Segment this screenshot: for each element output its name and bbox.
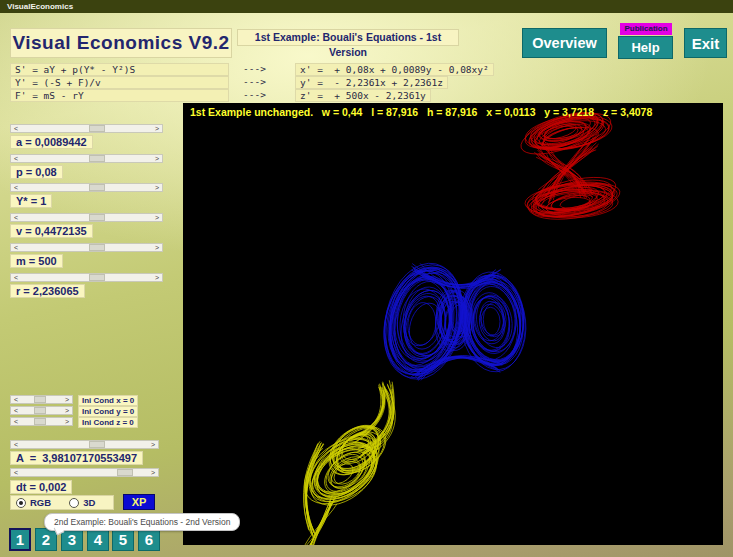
app-window: VisualEconomics Visual Economics V9.2 1s… (0, 0, 733, 557)
radio-3d-label: 3D (83, 497, 95, 508)
slider-v-left-arrow-icon[interactable]: < (11, 214, 21, 221)
slider-m[interactable]: < > (10, 243, 163, 252)
publication-button[interactable]: Publication (620, 23, 672, 35)
example-button-6[interactable]: 6 (138, 528, 160, 551)
equation-row-2: Y' = (-S + F)/v ---> y' = - 2,2361x + 2,… (0, 76, 500, 89)
slider-dt-right-arrow-icon[interactable]: > (148, 469, 158, 476)
display-mode-group: RGB 3D (10, 495, 114, 510)
slider-v-right-arrow-icon[interactable]: > (152, 214, 162, 221)
slider-r-right-arrow-icon[interactable]: > (152, 274, 162, 281)
slider-ini-z-left-arrow-icon[interactable]: < (11, 418, 21, 425)
equation-row-1: S' = aY + p(Y* - Y²)S ---> x' = + 0,08x … (0, 63, 500, 76)
overview-button[interactable]: Overview (522, 28, 607, 58)
slider-ini-x-right-arrow-icon[interactable]: > (62, 396, 72, 403)
equation-lhs: F' = mS - rY (10, 89, 229, 102)
ini-cond-z-label: Ini Cond z = 0 (78, 417, 138, 428)
dt-label: dt = 0,002 (10, 480, 72, 494)
slider-ystar-left-arrow-icon[interactable]: < (11, 184, 21, 191)
slider-dt[interactable]: < > (10, 468, 159, 477)
red-attractor (516, 105, 622, 224)
slider-r-thumb[interactable] (89, 274, 105, 281)
titlebar: VisualEconomics (0, 0, 733, 13)
slider-amplitude[interactable]: < > (10, 440, 159, 449)
slider-ini-y-thumb[interactable] (34, 407, 46, 414)
slider-amplitude-left-arrow-icon[interactable]: < (11, 441, 21, 448)
equation-lhs: S' = aY + p(Y* - Y²)S (10, 63, 229, 76)
slider-amplitude-thumb[interactable] (89, 441, 105, 448)
equation-arrow: ---> (243, 76, 266, 88)
slider-ystar[interactable]: < > (10, 183, 163, 192)
amplitude-label: A = 3,98107170553497 (10, 451, 143, 465)
slider-m-label: m = 500 (10, 254, 63, 268)
slider-ystar-right-arrow-icon[interactable]: > (152, 184, 162, 191)
slider-r-label: r = 2,236065 (10, 284, 85, 298)
slider-a-thumb[interactable] (89, 125, 105, 132)
equation-arrow: ---> (243, 89, 266, 101)
slider-p-right-arrow-icon[interactable]: > (152, 155, 162, 162)
plot-canvas[interactable]: 1st Example unchanged. w = 0,44 l = 87,9… (183, 103, 723, 545)
slider-amplitude-right-arrow-icon[interactable]: > (148, 441, 158, 448)
blue-attractor (372, 255, 530, 387)
slider-p-label: p = 0,08 (10, 165, 63, 179)
slider-p-left-arrow-icon[interactable]: < (11, 155, 21, 162)
slider-ystar-thumb[interactable] (89, 184, 105, 191)
slider-ini-z-thumb[interactable] (34, 418, 46, 425)
slider-ystar-label: Y* = 1 (10, 194, 52, 208)
radio-3d[interactable]: 3D (69, 497, 95, 508)
ini-cond-x-label: Ini Cond x = 0 (78, 395, 138, 406)
slider-ini-x[interactable]: < > (10, 395, 73, 404)
slider-p-thumb[interactable] (89, 155, 105, 162)
tooltip: 2nd Example: Bouali's Equations - 2nd Ve… (44, 513, 240, 531)
example-button-2[interactable]: 2 (35, 528, 57, 551)
radio-rgb[interactable]: RGB (16, 497, 51, 508)
exit-button[interactable]: Exit (684, 28, 727, 58)
attractor-plot (183, 103, 723, 545)
slider-dt-left-arrow-icon[interactable]: < (11, 469, 21, 476)
slider-m-left-arrow-icon[interactable]: < (11, 244, 21, 251)
equation-lhs: Y' = (-S + F)/v (10, 76, 229, 89)
slider-m-thumb[interactable] (89, 244, 105, 251)
app-title: Visual Economics V9.2 (10, 28, 232, 58)
slider-v[interactable]: < > (10, 213, 163, 222)
slider-v-label: v = 0,4472135 (10, 224, 93, 238)
radio-unselected-icon (69, 498, 79, 508)
ini-cond-y-label: Ini Cond y = 0 (78, 406, 138, 417)
slider-ini-y-right-arrow-icon[interactable]: > (62, 407, 72, 414)
radio-selected-icon (16, 498, 26, 508)
slider-ini-z-right-arrow-icon[interactable]: > (62, 418, 72, 425)
yellow-attractor (292, 380, 395, 545)
equation-arrow: ---> (243, 63, 266, 75)
slider-ini-y-left-arrow-icon[interactable]: < (11, 407, 21, 414)
slider-ini-x-left-arrow-icon[interactable]: < (11, 396, 21, 403)
window-title: VisualEconomics (7, 2, 73, 11)
equation-rhs: z' = + 500x - 2,2361y (295, 89, 431, 102)
slider-ini-x-thumb[interactable] (34, 396, 46, 403)
slider-m-right-arrow-icon[interactable]: > (152, 244, 162, 251)
radio-rgb-label: RGB (30, 497, 51, 508)
slider-ini-z[interactable]: < > (10, 417, 73, 426)
example-button-1[interactable]: 1 (9, 528, 31, 551)
xp-button[interactable]: XP (123, 494, 155, 510)
equation-rhs: y' = - 2,2361x + 2,2361z (295, 76, 448, 89)
slider-r-left-arrow-icon[interactable]: < (11, 274, 21, 281)
equation-row-3: F' = mS - rY ---> z' = + 500x - 2,2361y (0, 89, 500, 102)
slider-ini-y[interactable]: < > (10, 406, 73, 415)
equation-rhs: x' = + 0,08x + 0,0089y - 0,08xy² (295, 63, 494, 76)
slider-dt-thumb[interactable] (117, 469, 133, 476)
slider-a-right-arrow-icon[interactable]: > (152, 125, 162, 132)
slider-a[interactable]: < > (10, 124, 163, 133)
slider-r[interactable]: < > (10, 273, 163, 282)
slider-a-left-arrow-icon[interactable]: < (11, 125, 21, 132)
slider-v-thumb[interactable] (89, 214, 105, 221)
slider-p[interactable]: < > (10, 154, 163, 163)
status-line: 1st Example unchanged. w = 0,44 l = 87,9… (190, 106, 652, 118)
example-button-5[interactable]: 5 (112, 528, 134, 551)
example-title: 1st Example: Bouali's Equations - 1st Ve… (237, 29, 459, 46)
slider-a-label: a = 0,0089442 (10, 135, 93, 149)
help-button[interactable]: Help (618, 36, 673, 59)
example-button-4[interactable]: 4 (87, 528, 109, 551)
